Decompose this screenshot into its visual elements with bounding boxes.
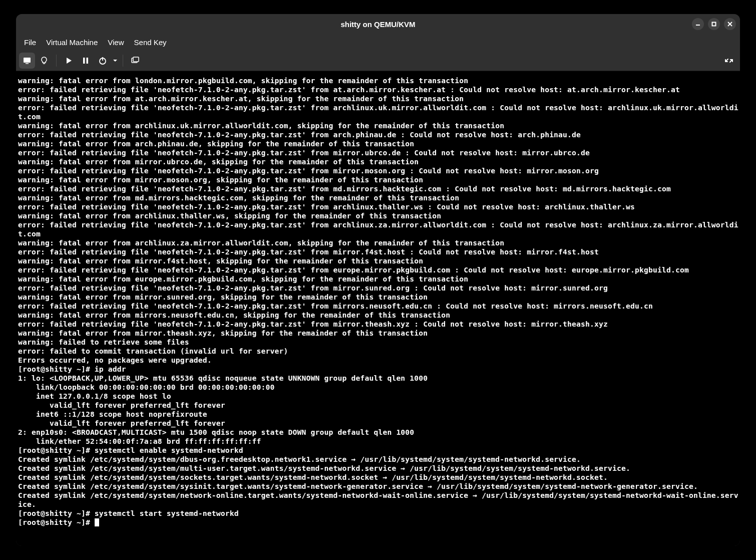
- console-line: error: failed retrieving file 'neofetch-…: [18, 284, 738, 293]
- console-line: error: failed retrieving file 'neofetch-…: [18, 184, 738, 193]
- console-line: [root@shitty ~]# ip addr: [18, 365, 738, 374]
- console-line: Created symlink /etc/systemd/system/sock…: [18, 473, 738, 482]
- snapshot-button[interactable]: [127, 53, 143, 69]
- console-line: warning: fatal error from mirror.f4st.ho…: [18, 256, 738, 265]
- shutdown-button[interactable]: [95, 53, 111, 69]
- menu-file[interactable]: File: [20, 36, 40, 49]
- console-line: warning: fatal error from at.arch.mirror…: [18, 94, 738, 103]
- console-line: inet6 ::1/128 scope host noprefixroute: [18, 410, 738, 419]
- console-line: warning: fatal error from europe.mirror.…: [18, 274, 738, 284]
- console-line: [root@shitty ~]#: [18, 518, 738, 527]
- pause-icon: [81, 56, 90, 65]
- console-line: error: failed retrieving file 'neofetch-…: [18, 320, 738, 329]
- cursor: [95, 518, 99, 526]
- toolbar: [16, 50, 740, 71]
- console-line: warning: fatal error from archlinux.za.m…: [18, 238, 738, 247]
- console-view-button[interactable]: [19, 53, 35, 69]
- console-line: Errors occurred, no packages were upgrad…: [18, 356, 738, 365]
- console-line: error: failed retrieving file 'neofetch-…: [18, 148, 738, 157]
- console-line: 2: enp10s0: <BROADCAST,MULTICAST> mtu 15…: [18, 428, 738, 437]
- console-line: t.com: [18, 229, 738, 238]
- menubar: File Virtual Machine View Send Key: [16, 34, 740, 50]
- console-line: warning: fatal error from mirror.ubrco.d…: [18, 157, 738, 166]
- monitor-icon: [23, 56, 32, 65]
- console-line: warning: fatal error from mirror.moson.o…: [18, 175, 738, 184]
- menu-send-key[interactable]: Send Key: [130, 36, 171, 49]
- console-line: error: failed retrieving file 'neofetch-…: [18, 166, 738, 175]
- toolbar-separator: [56, 55, 57, 67]
- console-line: valid_lft forever preferred_lft forever: [18, 419, 738, 428]
- console-line: warning: failed to retrieve some files: [18, 338, 738, 347]
- console-line: ice.: [18, 500, 738, 509]
- console-line: error: failed to commit transaction (inv…: [18, 347, 738, 356]
- vm-window: shitty on QEMU/KVM File Virtual Machine …: [16, 14, 740, 546]
- fullscreen-icon: [724, 56, 734, 66]
- console-line: error: failed retrieving file 'neofetch-…: [18, 85, 738, 94]
- shutdown-dropdown[interactable]: [112, 53, 119, 69]
- console-line: warning: fatal error from arch.phinau.de…: [18, 139, 738, 148]
- console-line: warning: fatal error from archlinux.uk.m…: [18, 121, 738, 130]
- console-line: error: failed retrieving file 'neofetch-…: [18, 247, 738, 256]
- console-line: error: failed retrieving file 'neofetch-…: [18, 202, 738, 211]
- window-title: shitty on QEMU/KVM: [340, 20, 415, 29]
- console-line: Created symlink /etc/systemd/system/mult…: [18, 464, 738, 473]
- console-line: valid_lft forever preferred_lft forever: [18, 401, 738, 410]
- snapshot-icon: [131, 56, 140, 65]
- console-line: warning: fatal error from mirrors.neusof…: [18, 311, 738, 320]
- console-line: 1: lo: <LOOPBACK,UP,LOWER_UP> mtu 65536 …: [18, 374, 738, 383]
- fullscreen-button[interactable]: [721, 53, 737, 69]
- console-line: error: failed retrieving file 'neofetch-…: [18, 302, 738, 311]
- svg-rect-5: [26, 63, 29, 64]
- console-line: warning: fatal error from mirror.theash.…: [18, 329, 738, 338]
- close-icon: [727, 22, 732, 27]
- maximize-icon: [711, 22, 716, 27]
- console-line: [root@shitty ~]# systemctl enable system…: [18, 446, 738, 455]
- console-line: warning: fatal error from archlinux.thal…: [18, 211, 738, 220]
- play-icon: [64, 56, 73, 65]
- pause-button[interactable]: [78, 53, 94, 69]
- menu-virtual-machine[interactable]: Virtual Machine: [42, 36, 102, 49]
- svg-rect-4: [24, 58, 31, 63]
- console-line: inet 127.0.0.1/8 scope host lo: [18, 392, 738, 401]
- close-button[interactable]: [724, 18, 736, 30]
- titlebar[interactable]: shitty on QEMU/KVM: [16, 14, 740, 34]
- console-line: link/loopback 00:00:00:00:00:00 brd 00:0…: [18, 383, 738, 392]
- svg-rect-12: [133, 57, 139, 62]
- run-button[interactable]: [61, 53, 77, 69]
- console-line: Created symlink /etc/systemd/system/dbus…: [18, 455, 738, 464]
- console-line: error: failed retrieving file 'neofetch-…: [18, 220, 738, 229]
- info-view-button[interactable]: [36, 53, 52, 69]
- svg-rect-8: [87, 58, 89, 64]
- minimize-icon: [695, 22, 700, 27]
- chevron-down-icon: [113, 58, 118, 63]
- console-line: Created symlink /etc/systemd/system/sysi…: [18, 482, 738, 491]
- console-line: warning: fatal error from london.mirror.…: [18, 76, 738, 85]
- window-controls: [692, 18, 736, 30]
- console-line: link/ether 52:54:00:0f:7a:a8 brd ff:ff:f…: [18, 437, 738, 446]
- svg-rect-1: [712, 23, 716, 26]
- console-line: warning: fatal error from md.mirrors.hac…: [18, 193, 738, 202]
- menu-view[interactable]: View: [104, 36, 128, 49]
- console-terminal[interactable]: warning: fatal error from london.mirror.…: [16, 71, 740, 546]
- console-line: error: failed retrieving file 'neofetch-…: [18, 130, 738, 139]
- lightbulb-icon: [40, 56, 49, 65]
- console-line: error: failed retrieving file 'neofetch-…: [18, 103, 738, 112]
- console-line: error: failed retrieving file 'neofetch-…: [18, 265, 738, 274]
- minimize-button[interactable]: [692, 18, 704, 30]
- console-line: Created symlink /etc/systemd/system/netw…: [18, 491, 738, 500]
- power-icon: [98, 56, 107, 65]
- console-line: [root@shitty ~]# systemctl start systemd…: [18, 509, 738, 518]
- svg-rect-7: [83, 58, 85, 64]
- console-line: t.com: [18, 112, 738, 121]
- toolbar-separator: [123, 55, 123, 67]
- maximize-button[interactable]: [708, 18, 720, 30]
- console-line: warning: fatal error from mirror.sunred.…: [18, 293, 738, 302]
